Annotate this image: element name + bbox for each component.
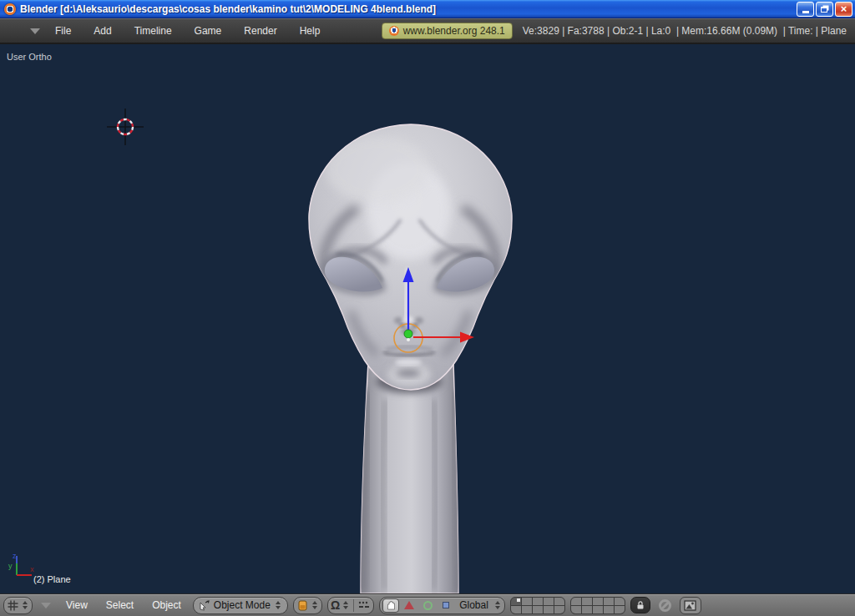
layer-14[interactable] [544,606,554,613]
axis-y-label: y [8,562,13,570]
grid-editor-icon [7,599,19,612]
mode-stepper[interactable] [274,601,282,609]
layer-17[interactable] [582,606,592,613]
orientation-dropdown[interactable]: Global [459,599,488,611]
orientation-stepper[interactable] [493,601,502,609]
translate-triangle-icon [404,601,414,609]
layer-6[interactable] [571,598,581,605]
menu-select[interactable]: Select [106,599,134,611]
draw-type-dropdown[interactable] [293,597,322,614]
render-this-window-button[interactable] [680,597,701,614]
axis-z-label: z [13,552,17,560]
chevron-down-icon[interactable] [41,603,51,608]
object-mode-icon [199,599,210,611]
scene-3d[interactable] [0,44,855,593]
alien-neck[interactable] [361,361,458,593]
menu-timeline[interactable]: Timeline [134,25,172,37]
lock-icon [635,600,645,610]
divider [353,599,354,612]
layer-1[interactable] [511,598,521,605]
rotate-manipulator-button[interactable] [419,598,436,613]
editor-type-button[interactable] [3,597,33,614]
draw-type-stepper[interactable] [311,601,319,609]
layer-4[interactable] [544,598,554,605]
pivot-stepper[interactable] [341,601,350,609]
proportional-edit-icon[interactable] [659,599,671,612]
top-menu-bar: File Add Timeline Game Render Help www.b… [0,18,855,44]
chevron-down-icon[interactable] [30,28,40,34]
window-title: Blender [d:\Aleksaurio\descargas\cosas b… [20,3,797,15]
widget-origin [404,330,412,338]
layer-buttons-group-2[interactable] [570,597,625,614]
minimize-icon [802,11,809,13]
restore-button[interactable] [816,2,833,17]
translate-manipulator-button[interactable] [401,598,417,613]
mode-dropdown-label: Object Mode [214,599,271,611]
menu-view[interactable]: View [66,599,88,611]
layer-10[interactable] [615,598,625,605]
layer-7[interactable] [582,598,592,605]
menu-file[interactable]: File [55,25,71,37]
3d-cursor [107,109,144,145]
viewport-3d[interactable]: User Ortho [0,44,855,593]
layer-19[interactable] [604,606,614,613]
layer-18[interactable] [593,606,603,613]
layer-3[interactable] [533,598,543,605]
scale-square-icon [443,602,449,608]
axis-x-label: x [30,565,34,573]
layer-12[interactable] [522,606,532,613]
viewport-header: View Select Object Object Mode Ω [0,593,855,616]
layer-20[interactable] [615,606,625,613]
layer-16[interactable] [571,606,581,613]
window-controls: × [797,2,852,17]
close-button[interactable]: × [835,2,852,17]
close-icon: × [841,3,847,14]
layer-5[interactable] [554,598,564,605]
manipulator-toggle-button[interactable] [382,598,399,613]
layer-8[interactable] [593,598,603,605]
layer-15[interactable] [554,606,564,613]
minimize-button[interactable] [797,2,814,17]
editor-type-stepper[interactable] [21,601,29,609]
layer-9[interactable] [604,598,614,605]
menu-help[interactable]: Help [300,25,321,37]
menu-render[interactable]: Render [244,25,276,37]
menu-object[interactable]: Object [152,599,181,611]
lock-layers-button[interactable] [630,597,650,613]
menu-add[interactable]: Add [94,25,111,37]
rotate-circle-icon [423,601,433,610]
blender-logo-icon [389,26,399,36]
titlebar: Blender [d:\Aleksaurio\descargas\cosas b… [0,0,855,18]
pivot-group: Ω [327,597,374,614]
layer-11[interactable] [511,606,521,613]
layer-13[interactable] [533,606,543,613]
blender-window: Blender [d:\Aleksaurio\descargas\cosas b… [0,0,855,616]
mode-dropdown[interactable]: Object Mode [193,597,288,614]
center-points-icon[interactable] [357,599,371,611]
manipulator-group: Global [379,597,505,614]
blender-logo-icon [4,3,16,15]
solid-drawtype-icon [296,599,309,612]
layer-buttons-group-1[interactable] [510,597,565,614]
active-object-label: (2) Plane [33,574,71,584]
layer-2[interactable] [522,598,532,605]
hand-icon [385,599,397,611]
scene-stats: Ve:3829 | Fa:3788 | Ob:2-1 | La:0 | Mem:… [523,25,847,37]
blender-org-button[interactable]: www.blender.org 248.1 [382,23,513,39]
restore-icon [821,7,827,13]
scale-manipulator-button[interactable] [438,598,454,613]
render-image-icon [684,600,696,611]
pivot-point-icon[interactable]: Ω [331,599,340,611]
menu-game[interactable]: Game [195,25,222,37]
alien-head-model[interactable] [309,124,512,390]
blender-org-label: www.blender.org 248.1 [403,25,505,37]
